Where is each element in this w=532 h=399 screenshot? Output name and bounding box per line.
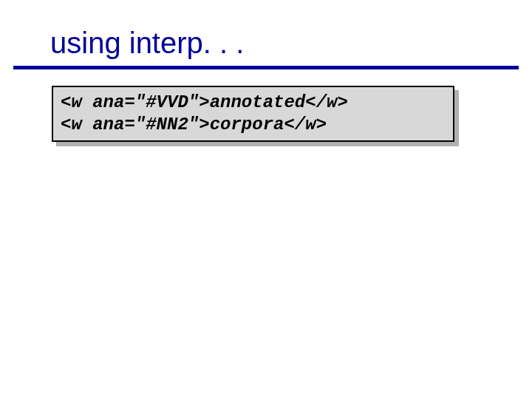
horizontal-rule [13,66,519,69]
slide: using interp. . . <w ana="#VVD">annotate… [0,0,532,399]
code-box: <w ana="#VVD">annotated</w> <w ana="#NN2… [52,86,454,142]
code-line: <w ana="#NN2">corpora</w> [61,115,327,134]
code-line: <w ana="#VVD">annotated</w> [61,92,348,112]
code-example: <w ana="#VVD">annotated</w> <w ana="#NN2… [52,86,454,142]
slide-title: using interp. . . [0,27,532,66]
